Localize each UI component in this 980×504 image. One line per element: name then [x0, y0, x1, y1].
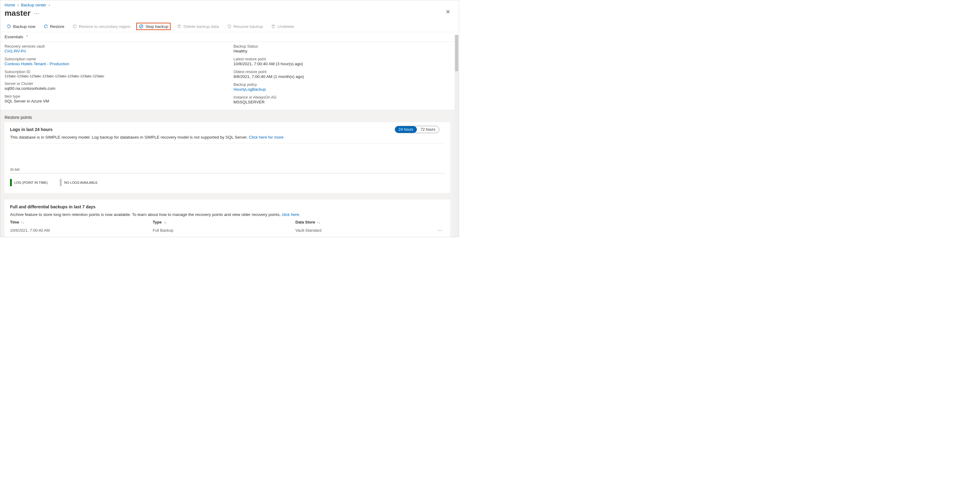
- essentials-panel: Recovery services vaultCH1-RV-Pri Subscr…: [0, 42, 455, 110]
- logs-title: Logs in last 24 hours: [10, 127, 445, 132]
- restore-button[interactable]: Restore: [41, 23, 66, 30]
- backup-now-label: Backup now: [13, 24, 35, 29]
- chevron-right-icon: ›: [49, 3, 50, 7]
- delete-backup-data-label: Delete backup data: [183, 24, 219, 29]
- sort-icon: ↑↓: [317, 220, 320, 224]
- toggle-72h[interactable]: 72 hours: [417, 126, 439, 133]
- timeline-tick: 30 AM: [10, 168, 445, 171]
- undelete-label: Undelete: [277, 24, 294, 29]
- backups-title: Full and differential backups in last 7 …: [10, 204, 445, 209]
- undelete-button: Undelete: [269, 23, 296, 30]
- oldest-restore-value: 9/8/2021, 7:00:40 AM (1 month(s) ago): [234, 74, 450, 79]
- legend-point-label: LOG (POINT IN TIME): [14, 181, 48, 184]
- latest-restore-value: 10/8/2021, 7:00:40 AM (3 hour(s) ago): [234, 62, 450, 66]
- table-header: Time↑↓ Type↑↓ Data Store↑↓: [10, 217, 445, 226]
- instance-value: MSSQLSERVER: [234, 100, 450, 104]
- page-title: master: [5, 8, 30, 18]
- more-actions-icon[interactable]: ⋯: [34, 11, 40, 16]
- toggle-24h[interactable]: 24 hours: [395, 126, 417, 133]
- logs-more-link[interactable]: Click here for more: [249, 135, 283, 139]
- ess-label: Backup Status: [234, 44, 450, 49]
- col-datastore[interactable]: Data Store↑↓: [295, 220, 433, 224]
- cell-datastore: Vault-Standard: [295, 228, 433, 233]
- item-type-value: SQL Server in Azure VM: [5, 99, 221, 103]
- legend: LOG (POINT IN TIME) NO LOGS AVAILABLE: [10, 179, 445, 186]
- backups-card: Full and differential backups in last 7 …: [5, 200, 450, 237]
- table-row[interactable]: 10/8/2021, 7:00:40 AM Full Backup Vault-…: [10, 226, 445, 235]
- server-value: sql00.na.contosohotels.com: [5, 86, 221, 91]
- backup-policy-link[interactable]: HourlyLogBackup: [234, 87, 450, 92]
- time-range-toggle[interactable]: 24 hours 72 hours: [395, 126, 439, 133]
- legend-none-label: NO LOGS AVAILABLE: [64, 181, 97, 184]
- ess-label: Subscription ID: [5, 70, 221, 74]
- backups-more-link[interactable]: click here.: [282, 212, 300, 217]
- col-time[interactable]: Time↑↓: [10, 220, 153, 224]
- backup-now-icon: [6, 24, 11, 29]
- col-type[interactable]: Type↑↓: [153, 220, 295, 224]
- row-more-icon[interactable]: ⋯: [433, 228, 445, 233]
- essentials-label: Essentials: [5, 35, 23, 39]
- chevron-up-icon: ⌃: [26, 35, 29, 39]
- backup-now-button[interactable]: Backup now: [5, 23, 37, 30]
- backups-desc: Archive feature to store long term reten…: [10, 212, 445, 217]
- close-icon[interactable]: ✕: [445, 8, 450, 15]
- ess-label: Latest restore point: [234, 57, 450, 61]
- refresh-icon: [227, 24, 232, 29]
- breadcrumb-home[interactable]: Home: [5, 3, 15, 7]
- ess-label: Server or Cluster: [5, 82, 221, 86]
- sort-icon: ↑↓: [163, 220, 167, 224]
- logs-desc: This database is in SIMPLE recovery mode…: [10, 135, 445, 139]
- stop-backup-label: Stop backup: [145, 24, 168, 29]
- restore-label: Restore: [50, 24, 64, 29]
- resume-backup-button: Resume backup: [225, 23, 265, 30]
- sort-icon: ↑↓: [21, 220, 24, 224]
- recovery-vault-link[interactable]: CH1-RV-Pri: [5, 49, 221, 53]
- trash-icon: [177, 24, 181, 29]
- restore-points-header: Restore points: [5, 113, 450, 122]
- breadcrumb-backup-center[interactable]: Backup center: [21, 3, 46, 7]
- scrollbar[interactable]: [455, 35, 459, 237]
- ess-label: Item type: [5, 94, 221, 98]
- scrollbar-thumb[interactable]: [455, 35, 458, 71]
- restore-secondary-button: Restore to secondary region: [70, 23, 132, 30]
- restore-secondary-icon: [72, 24, 77, 29]
- restore-secondary-label: Restore to secondary region: [79, 24, 130, 29]
- ess-label: Recovery services vault: [5, 44, 221, 49]
- svg-line-1: [140, 25, 142, 28]
- ess-label: Backup policy: [234, 82, 450, 87]
- backup-status-value: Healthy: [234, 49, 450, 53]
- breadcrumb: Home › Backup center ›: [0, 0, 455, 7]
- legend-swatch-grey: [60, 179, 62, 186]
- subscription-id-value: 123abc-123abc-123abc-123abc-123abc-123ab…: [5, 74, 221, 78]
- resume-backup-label: Resume backup: [234, 24, 263, 29]
- subscription-name-link[interactable]: Contoso Hotels Tenant - Production: [5, 62, 221, 66]
- ess-label: Instance or AlwaysOn AG: [234, 95, 450, 100]
- delete-backup-data-button: Delete backup data: [175, 23, 220, 30]
- cell-time: 10/8/2021, 7:00:40 AM: [10, 228, 153, 233]
- toolbar: Backup now Restore Restore to secondary …: [0, 21, 455, 32]
- logs-card: 24 hours 72 hours Logs in last 24 hours …: [5, 122, 450, 193]
- undelete-icon: [271, 24, 276, 29]
- cell-type: Full Backup: [153, 228, 295, 233]
- stop-backup-button[interactable]: Stop backup: [136, 23, 170, 30]
- ess-label: Oldest restore point: [234, 70, 450, 74]
- essentials-toggle[interactable]: Essentials ⌃: [0, 32, 455, 42]
- restore-icon: [43, 24, 48, 29]
- stop-icon: [139, 24, 143, 29]
- legend-swatch-green: [10, 179, 12, 186]
- ess-label: Subscription name: [5, 57, 221, 61]
- chevron-right-icon: ›: [17, 3, 19, 7]
